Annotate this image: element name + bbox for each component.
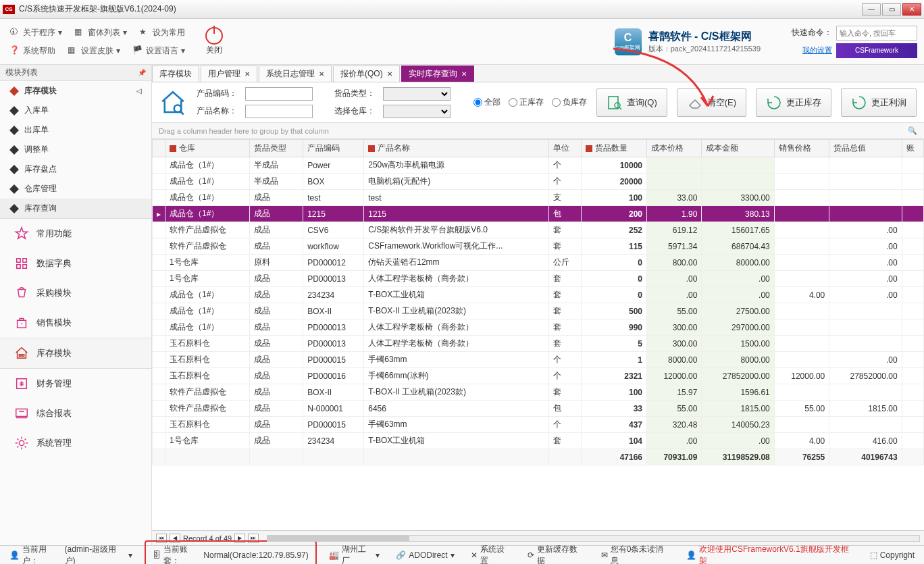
bignav-item[interactable]: 综合报表 (0, 399, 151, 428)
column-header[interactable]: 成本价格 (647, 140, 702, 157)
type-select[interactable] (383, 87, 451, 101)
brand-logo-icon: CC/S框架网 (615, 28, 642, 55)
bignav-item[interactable]: 财务管理 (0, 369, 151, 399)
star-icon: ★ (139, 27, 150, 38)
sidebar-item[interactable]: 库存盘点 (0, 159, 151, 179)
table-row[interactable]: 玉石原料仓成品PD000015手镯63mm个18000.008000.00.00 (153, 352, 924, 368)
tab[interactable]: 用户管理✕ (201, 66, 257, 82)
code-label: 产品编码： (197, 88, 237, 99)
sidebar-section-inventory[interactable]: 库存模块◁ (0, 81, 151, 101)
sidebar-item[interactable]: 调整单 (0, 140, 151, 159)
column-header[interactable]: 货品类型 (250, 140, 303, 157)
brand-banner[interactable]: CSFramework (836, 43, 917, 58)
table-row[interactable]: 1号仓库成品PD000013人体工程学老板椅（商务款）套0.00.00.00 (153, 271, 924, 287)
titlebar: CS C/S系统快速开发框架-旗舰版V6.1(2024-09) — ▭ ✕ (0, 0, 924, 19)
close-icon[interactable]: ✕ (319, 70, 324, 78)
table-row[interactable]: 软件产品虚拟仓成品BOX-IIT-BOX-II 工业机箱(2023款)套1001… (153, 384, 924, 401)
minimize-button[interactable]: — (862, 3, 881, 16)
chevron-left-icon: ◁ (136, 87, 142, 95)
table-row[interactable]: 玉石原料仓成品PD000015手镯63mm个437320.48140050.23 (153, 417, 924, 433)
table-row[interactable]: 玉石原料仓成品PD000013人体工程学老板椅（商务款）套5300.001500… (153, 336, 924, 352)
lang-button[interactable]: 🏴设置语言▾ (130, 44, 188, 58)
bignav-item[interactable]: 采购模块 (0, 278, 151, 308)
column-header[interactable]: 成本金额 (702, 140, 774, 157)
code-input[interactable] (245, 87, 313, 101)
lang-icon: 🏴 (132, 45, 143, 56)
group-panel[interactable]: Drag a column header here to group by th… (152, 123, 924, 139)
table-row[interactable]: 1号仓库原料PD000012仿钻天蓝锆石12mm公斤0800.0080000.0… (153, 255, 924, 271)
tab-bar: 库存模块用户管理✕系统日志管理✕报价单(QO)✕实时库存查询✕ (152, 65, 924, 82)
status-account[interactable]: 🗄当前账套：Normal(Oracle:120.79.85.97) (145, 540, 317, 565)
quickcmd-input[interactable] (836, 26, 917, 41)
close-icon[interactable]: ✕ (387, 70, 392, 78)
bignav-item[interactable]: 系统管理 (0, 428, 151, 458)
table-row[interactable]: 成品仓（1#）半成品BOX电脑机箱(无配件)个20000 (153, 174, 924, 190)
clear-button[interactable]: 清空(E) (677, 88, 746, 117)
bignav-item[interactable]: 数据字典 (0, 249, 151, 278)
status-syscfg[interactable]: ✕系统设置 (467, 542, 516, 565)
search-icon[interactable]: 🔍 (908, 126, 917, 135)
bignav-item[interactable]: 常用功能 (0, 219, 151, 249)
sidebar-item[interactable]: 入库单 (0, 101, 151, 120)
close-icon[interactable]: ✕ (245, 70, 250, 78)
table-row[interactable]: 成品仓（1#）成品PD000013人体工程学老板椅（商务款）套990300.00… (153, 319, 924, 336)
table-row[interactable]: 软件产品虚拟仓成品workflowCSFramework.Workflow可视化… (153, 238, 924, 255)
table-row[interactable]: 软件产品虚拟仓成品N-0000016456包3355.001815.0055.0… (153, 401, 924, 417)
update-profit-button[interactable]: 更正利润 (841, 88, 917, 117)
table-row[interactable]: 成品仓（1#）成品testtest支10033.003300.00 (153, 190, 924, 206)
status-factory[interactable]: 🏭湖州工厂▾ (325, 542, 384, 565)
query-button[interactable]: 查询(Q) (596, 88, 667, 117)
ribbon-close-button[interactable]: 关闭 (205, 27, 223, 56)
radio-negative[interactable]: 负库存 (552, 97, 587, 108)
about-button[interactable]: 🛈关于程序▾ (7, 26, 65, 40)
table-row[interactable]: 玉石原料仓成品PD000016手镯66mm(冰种)个232112000.0027… (153, 368, 924, 384)
radio-all[interactable]: 全部 (473, 97, 500, 108)
status-cache[interactable]: ⟳更新缓存数据 (523, 542, 588, 565)
status-user[interactable]: 👤当前用户：(admin-超级用户)▾ (5, 542, 136, 565)
database-icon: 🗄 (153, 550, 161, 560)
status-ado[interactable]: 🔗ADODirect▾ (392, 549, 458, 561)
close-icon[interactable]: ✕ (461, 70, 467, 78)
sidebar-item[interactable]: 仓库管理 (0, 179, 151, 199)
sidebar-item[interactable]: 库存查询 (0, 199, 151, 218)
table-row[interactable]: 软件产品虚拟仓成品CSV6C/S架构软件开发平台旗舰版V6.0套252619.1… (153, 222, 924, 238)
skin-button[interactable]: ▦设置皮肤▾ (65, 44, 123, 58)
pin-icon[interactable]: 📌 (138, 69, 146, 76)
table-row[interactable]: 成品仓（1#）成品BOX-IIT-BOX-II 工业机箱(2023款)套5005… (153, 303, 924, 319)
column-header[interactable]: 销售价格 (774, 140, 829, 157)
table-row[interactable]: 1号仓库成品234234T-BOX工业机箱套104.00.004.00416.0… (153, 433, 924, 449)
name-input[interactable] (245, 105, 313, 118)
column-header[interactable]: 产品编码 (303, 140, 364, 157)
column-header[interactable]: 账 (902, 140, 923, 157)
table-row[interactable]: 成品仓（1#）成品234234T-BOX工业机箱套0.00.004.00.00 (153, 287, 924, 303)
syshelp-button[interactable]: ❓系统帮助 (7, 44, 58, 58)
wh-select[interactable] (383, 105, 451, 118)
set-common-button[interactable]: ★设为常用 (136, 26, 188, 40)
table-row[interactable]: ▸成品仓（1#）成品12151215包2001.90380.13 (153, 206, 924, 222)
radio-positive[interactable]: 正库存 (509, 97, 544, 108)
column-header[interactable]: 仓库 (165, 140, 250, 157)
bignav-item[interactable]: 库存模块 (0, 338, 151, 369)
column-header[interactable]: 单位 (549, 140, 582, 157)
status-messages[interactable]: ✉您有0条未读消息 (597, 542, 675, 565)
maximize-button[interactable]: ▭ (882, 3, 901, 16)
tab[interactable]: 库存模块 (152, 66, 199, 82)
mysettings-link[interactable]: 我的设置 (802, 45, 832, 55)
tab[interactable]: 系统日志管理✕ (259, 66, 332, 82)
table-row[interactable]: 成品仓（1#）半成品Power250w高功率机箱电源个10000 (153, 157, 924, 174)
tab[interactable]: 报价单(QO)✕ (333, 66, 400, 82)
close-button[interactable]: ✕ (902, 3, 921, 16)
status-copyright[interactable]: ⬚Copyright (866, 549, 919, 561)
window-list-button[interactable]: ▦窗体列表▾ (72, 26, 130, 40)
data-grid[interactable]: 仓库货品类型产品编码产品名称单位货品数量成本价格成本金额销售价格货品总值账 成品… (152, 139, 924, 465)
bignav-item[interactable]: 销售模块 (0, 308, 151, 338)
column-header[interactable]: 产品名称 (364, 140, 549, 157)
column-header[interactable]: 货品总值 (829, 140, 902, 157)
brand-version: 版本：pack_20241117214215539 (648, 44, 761, 54)
scrollbar[interactable] (267, 535, 920, 542)
update-stock-button[interactable]: 更正库存 (756, 88, 831, 117)
sidebar-item[interactable]: 出库单 (0, 120, 151, 140)
column-header[interactable]: 货品数量 (582, 140, 647, 157)
tab[interactable]: 实时库存查询✕ (401, 66, 474, 82)
type-label: 货品类型： (334, 88, 375, 99)
